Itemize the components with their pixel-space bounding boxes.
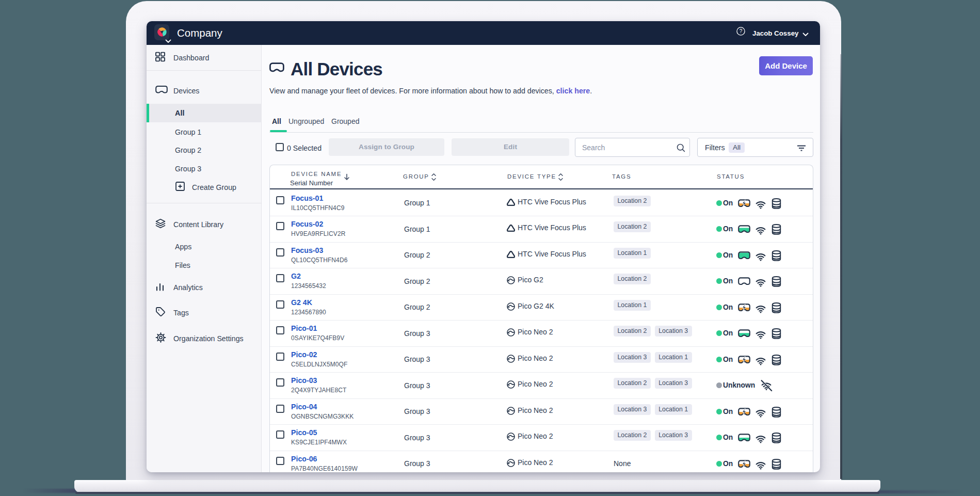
- svg-text:?: ?: [740, 28, 743, 34]
